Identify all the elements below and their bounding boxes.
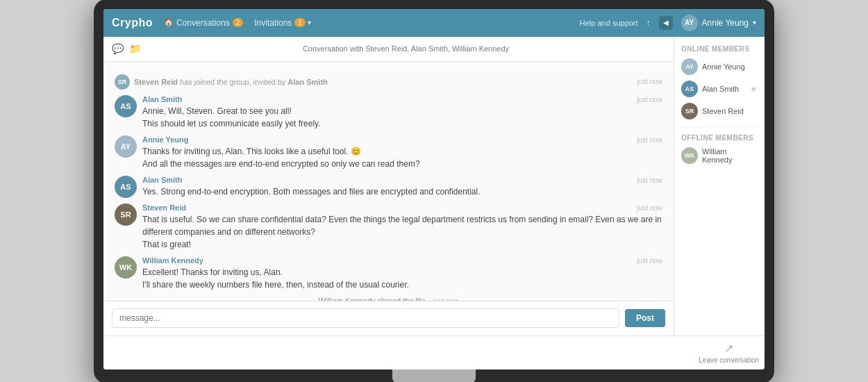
chat-header: 💬 📁 Conversation with Steven Reid, Alan … — [103, 37, 674, 62]
avatar: SR — [115, 204, 137, 226]
screen: Crypho 🏠 Conversations 2 Invitations 1 ▾… — [103, 9, 765, 369]
leave-label: Leave conversation — [699, 356, 759, 364]
member-name: William Kennedy — [702, 147, 758, 164]
offline-section-title: Offline members — [681, 134, 758, 142]
sender-name: Alan Smith — [142, 176, 182, 184]
invitations-badge: 1 — [294, 18, 306, 27]
avatar: AS — [115, 95, 137, 117]
member-avatar: SR — [681, 103, 698, 119]
system-message: SR Steven Reid has joined the group, inv… — [115, 74, 662, 90]
leave-conversation-button[interactable]: ↗ Leave conversation — [693, 336, 765, 369]
message-header: Annie Yeung just now — [142, 135, 662, 144]
message-time: just now — [637, 204, 662, 212]
main-area: 💬 📁 Conversation with Steven Reid, Alan … — [103, 37, 765, 335]
sender-name: Alan Smith — [142, 95, 182, 103]
folder-icon[interactable]: 📁 — [129, 43, 141, 54]
avatar: AY — [115, 135, 137, 158]
monitor-stand — [392, 369, 476, 383]
user-menu[interactable]: AY Annie Yeung ▾ — [681, 15, 756, 31]
message-text: Yes. Strong end-to-end encryption. Both … — [142, 185, 662, 198]
conversation-title: Conversation with Steven Reid, Alan Smit… — [147, 44, 665, 53]
message-content: Alan Smith just now Annie, Will, Steven.… — [142, 95, 662, 130]
message-header: William Kennedy just now — [142, 256, 662, 265]
message-row: WK William Kennedy just now Excellent! T… — [115, 256, 662, 291]
member-item-annie[interactable]: AY Annie Yeung — [681, 58, 758, 75]
bottom-bar: ↗ Leave conversation — [103, 335, 765, 369]
message-time: just now — [637, 96, 662, 103]
member-name: Annie Yeung — [702, 63, 745, 71]
conversations-nav-item[interactable]: 🏠 Conversations 2 — [164, 18, 243, 28]
message-time: just now — [637, 176, 662, 184]
sender-name: William Kennedy — [142, 256, 203, 265]
member-item-william[interactable]: WK William Kennedy — [681, 147, 758, 164]
message-row: AY Annie Yeung just now Thanks for invit… — [115, 135, 662, 170]
member-avatar: AY — [681, 58, 698, 75]
message-header: Alan Smith just now — [142, 176, 662, 184]
post-button[interactable]: Post — [625, 309, 665, 327]
message-input[interactable] — [112, 308, 619, 328]
sidebar-divider — [681, 126, 758, 127]
member-name: Alan Smith — [702, 85, 739, 93]
system-time: just now — [637, 78, 662, 85]
chat-input-area: Post — [103, 301, 674, 335]
message-text: Excellent! Thanks for inviting us, Alan.… — [142, 266, 662, 291]
message-row: AS Alan Smith just now Annie, Will, Stev… — [115, 95, 662, 130]
online-section-title: Online members — [681, 45, 758, 53]
sender-name: Annie Yeung — [142, 135, 188, 144]
monitor: Crypho 🏠 Conversations 2 Invitations 1 ▾… — [94, 0, 774, 382]
message-header: Steven Reid just now — [142, 204, 662, 212]
message-time: just now — [637, 257, 662, 265]
brand-logo: Crypho — [112, 17, 153, 29]
member-avatar: AS — [681, 81, 698, 97]
member-name: Steven Reid — [702, 107, 744, 115]
member-avatar: WK — [681, 147, 698, 164]
avatar: AS — [115, 176, 137, 198]
nav-right: Help and support ↑ ◀ AY Annie Yeung ▾ — [580, 15, 756, 31]
message-row: AS Alan Smith just now Yes. Strong end-t… — [115, 176, 662, 198]
sidebar: Online members AY Annie Yeung AS Alan Sm… — [674, 37, 765, 335]
leave-icon: ↗ — [724, 342, 733, 355]
invitations-nav-item[interactable]: Invitations 1 ▾ — [254, 18, 311, 28]
message-text: That is useful. So we can share confiden… — [142, 213, 662, 251]
chat-area: 💬 📁 Conversation with Steven Reid, Alan … — [103, 37, 674, 335]
message-time: just now — [637, 136, 662, 144]
system-avatar: SR — [115, 74, 130, 90]
user-menu-arrow: ▾ — [753, 19, 756, 26]
nav-arrow-button[interactable]: ◀ — [659, 16, 673, 30]
top-nav: Crypho 🏠 Conversations 2 Invitations 1 ▾… — [103, 9, 765, 37]
chat-bubble-icon[interactable]: 💬 — [112, 43, 124, 54]
star-icon: ★ — [750, 84, 758, 94]
user-avatar: AY — [681, 15, 698, 31]
member-item-alan[interactable]: AS Alan Smith ★ — [681, 81, 758, 97]
bottom-spacer — [103, 336, 693, 369]
member-item-steven[interactable]: SR Steven Reid — [681, 103, 758, 119]
message-header: Alan Smith just now — [142, 95, 662, 103]
chat-messages: SR Steven Reid has joined the group, inv… — [103, 62, 674, 301]
message-text: Annie, Will, Steven. Great to see you al… — [142, 105, 662, 130]
conversations-badge: 2 — [233, 18, 244, 27]
avatar: WK — [115, 256, 137, 279]
message-content: Steven Reid just now That is useful. So … — [142, 204, 662, 251]
message-content: Alan Smith just now Yes. Strong end-to-e… — [142, 176, 662, 198]
message-row: SR Steven Reid just now That is useful. … — [115, 204, 662, 251]
message-content: William Kennedy just now Excellent! Than… — [142, 256, 662, 291]
message-content: Annie Yeung just now Thanks for inviting… — [142, 135, 662, 170]
chat-icon: 🏠 — [164, 18, 174, 27]
sender-name: Steven Reid — [142, 204, 186, 212]
message-text: Thanks for inviting us, Alan. This looks… — [142, 145, 662, 170]
help-link[interactable]: Help and support — [580, 19, 638, 27]
help-icon: ↑ — [646, 18, 651, 28]
